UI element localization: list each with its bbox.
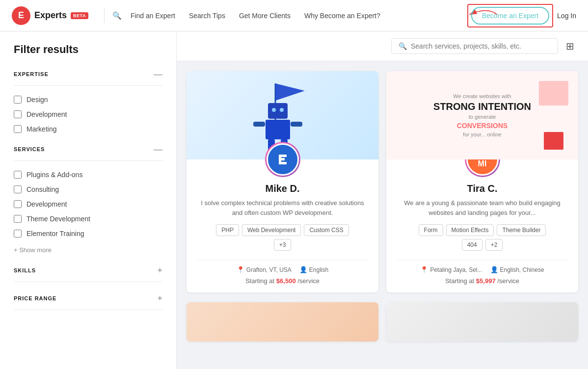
services-section: SERVICES — Plugins & Add-ons Consulting … [14,145,162,254]
services-collapse-icon[interactable]: — [154,145,162,154]
svg-rect-13 [279,155,287,157]
svg-rect-10 [291,122,302,127]
become-expert-button[interactable]: Become an Expert [471,7,549,25]
si-strong: STRONG INTENTION [433,101,531,112]
svg-rect-9 [253,122,265,127]
expertise-section: EXPERTISE — Design Development Marketing [14,70,162,133]
service-plugins-label: Plugins & Add-ons [27,171,82,179]
search-bar-icon: 🔍 [399,42,407,50]
filter-title: Filter results [14,43,162,56]
service-development[interactable]: Development [14,200,162,208]
price-value-mike: $6,500 [276,277,296,285]
service-development-checkbox[interactable] [14,200,22,208]
expertise-design-checkbox[interactable] [14,96,22,104]
meta-language-mike: 👤 English [299,266,328,273]
login-button[interactable]: Log In [557,12,576,20]
language-text-tira: English, Chinese [500,266,544,273]
svg-rect-15 [279,162,287,164]
navbar: E Experts BETA 🔍 Find an Expert Search T… [0,0,588,31]
price-range-section: PRICE RANGE + [14,294,162,310]
expertise-design[interactable]: Design [14,96,162,104]
card-partial-2[interactable] [386,302,578,342]
avatar-ring-mike [265,142,300,177]
service-plugins[interactable]: Plugins & Add-ons [14,171,162,179]
expert-card-tira[interactable]: We create websites with STRONG INTENTION… [386,71,578,292]
search-icon: 🔍 [112,11,122,20]
show-more-button[interactable]: + Show more [14,246,52,254]
nav-search-tips[interactable]: Search Tips [182,12,232,20]
si-to-generate: to generate [433,114,531,120]
price-value-tira: $5,997 [476,277,496,285]
tag-theme-builder: Theme Builder [497,224,546,236]
language-text-mike: English [309,266,328,273]
tags-row-tira: Form Motion Effects Theme Builder [419,224,546,236]
card-cover-tira: We create websites with STRONG INTENTION… [386,71,578,159]
card-body-tira: Tira C. We are a young & passionate team… [386,183,578,292]
nav-links: 🔍 Find an Expert Search Tips Get More Cl… [112,11,471,20]
tag-web-dev: Web Development [242,224,301,236]
service-elementor-checkbox[interactable] [14,230,22,237]
beta-badge: BETA [71,12,88,19]
language-icon-tira: 👤 [490,266,498,273]
service-plugins-checkbox[interactable] [14,171,22,179]
tag-more-mike: +3 [274,239,292,251]
si-conversions: CONVERSIONS [433,122,531,130]
service-elementor-label: Elementor Training [27,230,84,237]
expertise-development[interactable]: Development [14,110,162,118]
expertise-divider [14,85,162,86]
skills-section: SKILLS + [14,266,162,282]
starting-at-tira: Starting at [445,277,474,285]
services-divider [14,160,162,161]
price-range-divider [14,310,162,310]
card-body-mike: Mike D. I solve complex technical proble… [187,183,378,292]
price-suffix-mike: /service [297,277,320,285]
expertise-development-checkbox[interactable] [14,110,22,118]
search-input[interactable] [411,42,551,50]
expertise-development-label: Development [27,110,67,118]
navbar-actions: Become an Expert Log In [471,7,576,25]
cards-grid: Mike D. I solve complex technical proble… [177,61,588,302]
price-range-header[interactable]: PRICE RANGE + [14,294,162,303]
expert-desc-tira: We are a young & passionate team who bui… [396,198,568,217]
tag-php: PHP [216,224,239,236]
tag-custom-css: Custom CSS [304,224,348,236]
svg-point-5 [280,108,284,112]
expert-desc-mike: I solve complex technical problems with … [196,198,369,217]
expert-card-mike[interactable]: Mike D. I solve complex technical proble… [187,71,378,292]
skills-divider [14,282,162,282]
nav-find-expert[interactable]: Find an Expert [124,12,182,20]
grid-toggle-icon[interactable]: ⊞ [566,40,574,52]
location-text-mike: Grafton, VT, USA [246,266,292,273]
nav-get-more-clients[interactable]: Get More Clients [232,12,297,20]
sidebar: Filter results EXPERTISE — Design Develo… [0,31,177,369]
main-container: Filter results EXPERTISE — Design Develo… [0,31,588,369]
expertise-marketing-checkbox[interactable] [14,125,22,133]
card-divider-mike [196,260,369,260]
expertise-marketing[interactable]: Marketing [14,125,162,133]
logo-text: Experts [34,10,67,21]
service-theme-dev[interactable]: Theme Development [14,215,162,223]
card-partial-img-2 [386,302,578,342]
tag-404: 404 [462,239,482,251]
price-suffix-tira: /service [497,277,519,285]
card-partial-img-1 [187,302,378,342]
meta-language-tira: 👤 English, Chinese [490,266,544,273]
tags-row-mike: PHP Web Development Custom CSS [216,224,349,236]
skills-header[interactable]: SKILLS + [14,266,162,275]
service-theme-dev-checkbox[interactable] [14,215,22,223]
logo[interactable]: E Experts BETA [12,6,88,25]
price-range-expand-icon[interactable]: + [157,294,162,303]
svg-rect-6 [266,120,290,139]
service-consulting-checkbox[interactable] [14,185,22,193]
service-consulting[interactable]: Consulting [14,185,162,193]
expertise-collapse-icon[interactable]: — [154,70,162,79]
nav-why-become[interactable]: Why Become an Expert? [297,12,387,20]
service-elementor[interactable]: Elementor Training [14,230,162,237]
skills-expand-icon[interactable]: + [157,266,162,275]
card-partial-1[interactable] [187,302,378,342]
svg-marker-2 [275,83,305,101]
services-header: SERVICES — [14,145,162,154]
tags-extra-tira: 404 +2 [462,239,503,251]
search-bar[interactable]: 🔍 [391,38,558,54]
cards-grid-bottom [177,302,588,351]
